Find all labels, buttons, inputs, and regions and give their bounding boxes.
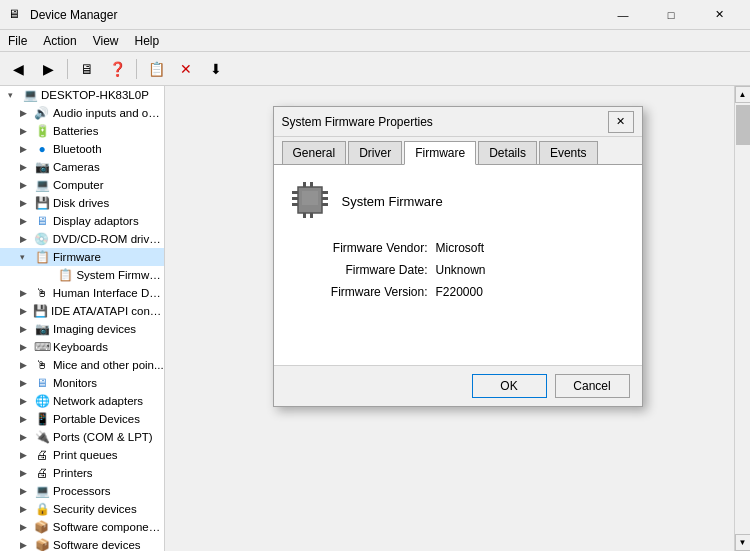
- menu-action[interactable]: Action: [35, 32, 84, 50]
- tree-network[interactable]: ▶ 🌐 Network adapters: [0, 392, 164, 410]
- expand-portable: ▶: [20, 414, 34, 424]
- scroll-up[interactable]: ▲: [735, 86, 751, 103]
- minimize-button[interactable]: —: [600, 0, 646, 30]
- firmware-dialog: System Firmware Properties ✕ General Dri…: [273, 106, 643, 407]
- dialog-body: System Firmware Firmware Vendor: Microso…: [274, 165, 642, 365]
- toolbar: ◀ ▶ 🖥 ❓ 📋 ✕ ⬇: [0, 52, 750, 86]
- scroll-thumb[interactable]: [736, 105, 750, 145]
- expand-cameras: ▶: [20, 162, 34, 172]
- toolbar-disable[interactable]: ✕: [172, 56, 200, 82]
- tree-hid-label: Human Interface De...: [53, 287, 164, 299]
- tree-keyboards[interactable]: ▶ ⌨ Keyboards: [0, 338, 164, 356]
- batteries-icon: 🔋: [34, 123, 50, 139]
- tree-portable[interactable]: ▶ 📱 Portable Devices: [0, 410, 164, 428]
- tree-security[interactable]: ▶ 🔒 Security devices: [0, 500, 164, 518]
- expand-ports: ▶: [20, 432, 34, 442]
- tree-firmware[interactable]: ▾ 📋 Firmware: [0, 248, 164, 266]
- tab-general[interactable]: General: [282, 141, 347, 164]
- tree-ports[interactable]: ▶ 🔌 Ports (COM & LPT): [0, 428, 164, 446]
- tree-software-comp-label: Software componen...: [53, 521, 164, 533]
- tree-display[interactable]: ▶ 🖥 Display adaptors: [0, 212, 164, 230]
- maximize-button[interactable]: □: [648, 0, 694, 30]
- main-area: ▾ 💻 DESKTOP-HK83L0P ▶ 🔊 Audio inputs and…: [0, 86, 750, 551]
- tree-system-firmware[interactable]: 📋 System Firmware: [0, 266, 164, 284]
- tab-driver[interactable]: Driver: [348, 141, 402, 164]
- ide-icon: 💾: [33, 303, 48, 319]
- printq-icon: 🖨: [34, 447, 50, 463]
- tree-disk[interactable]: ▶ 💾 Disk drives: [0, 194, 164, 212]
- menu-bar: File Action View Help: [0, 30, 750, 52]
- tree-ide-label: IDE ATA/ATAPI contro...: [51, 305, 164, 317]
- tab-firmware[interactable]: Firmware: [404, 141, 476, 165]
- dvd-icon: 💿: [34, 231, 50, 247]
- toolbar-help[interactable]: ❓: [103, 56, 131, 82]
- keyboards-icon: ⌨: [34, 339, 50, 355]
- date-value: Unknown: [436, 263, 486, 277]
- menu-view[interactable]: View: [85, 32, 127, 50]
- tab-details[interactable]: Details: [478, 141, 537, 164]
- tree-imaging[interactable]: ▶ 📷 Imaging devices: [0, 320, 164, 338]
- expand-software-comp: ▶: [20, 522, 34, 532]
- software-dev-icon: 📦: [34, 537, 50, 551]
- scrollbar[interactable]: ▲ ▼: [734, 86, 750, 551]
- toolbar-computer[interactable]: 🖥: [73, 56, 101, 82]
- tree-root[interactable]: ▾ 💻 DESKTOP-HK83L0P: [0, 86, 164, 104]
- device-tree: ▾ 💻 DESKTOP-HK83L0P ▶ 🔊 Audio inputs and…: [0, 86, 165, 551]
- tree-processors[interactable]: ▶ 💻 Processors: [0, 482, 164, 500]
- bluetooth-icon: ●: [34, 141, 50, 157]
- tree-sysfirmware-label: System Firmware: [76, 269, 164, 281]
- tree-computer[interactable]: ▶ 💻 Computer: [0, 176, 164, 194]
- dialog-close-button[interactable]: ✕: [608, 111, 634, 133]
- monitors-icon: 🖥: [34, 375, 50, 391]
- root-icon: 💻: [22, 87, 38, 103]
- security-icon: 🔒: [34, 501, 50, 517]
- tree-bluetooth[interactable]: ▶ ● Bluetooth: [0, 140, 164, 158]
- tree-batteries[interactable]: ▶ 🔋 Batteries: [0, 122, 164, 140]
- vendor-label: Firmware Vendor:: [298, 241, 428, 255]
- tree-ide[interactable]: ▶ 💾 IDE ATA/ATAPI contro...: [0, 302, 164, 320]
- app-title: Device Manager: [30, 8, 600, 22]
- tree-software-comp[interactable]: ▶ 📦 Software componen...: [0, 518, 164, 536]
- firmware-icon: 📋: [34, 249, 50, 265]
- dialog-footer: OK Cancel: [274, 365, 642, 406]
- ok-button[interactable]: OK: [472, 374, 547, 398]
- disk-icon: 💾: [34, 195, 50, 211]
- svg-rect-11: [302, 191, 318, 205]
- tree-software-dev[interactable]: ▶ 📦 Software devices: [0, 536, 164, 551]
- tree-mice[interactable]: ▶ 🖱 Mice and other poin...: [0, 356, 164, 374]
- tree-printq[interactable]: ▶ 🖨 Print queues: [0, 446, 164, 464]
- svg-rect-1: [292, 191, 298, 194]
- expand-dvd: ▶: [20, 234, 34, 244]
- tree-firmware-label: Firmware: [53, 251, 101, 263]
- dialog-tabs: General Driver Firmware Details Events: [274, 137, 642, 165]
- tree-dvd-label: DVD/CD-ROM drive...: [53, 233, 164, 245]
- menu-file[interactable]: File: [0, 32, 35, 50]
- toolbar-update[interactable]: ⬇: [202, 56, 230, 82]
- toolbar-properties[interactable]: 📋: [142, 56, 170, 82]
- tree-audio[interactable]: ▶ 🔊 Audio inputs and ou...: [0, 104, 164, 122]
- content-area: System Firmware Properties ✕ General Dri…: [165, 86, 750, 551]
- cancel-button[interactable]: Cancel: [555, 374, 630, 398]
- expand-root: ▾: [8, 90, 22, 100]
- date-row: Firmware Date: Unknown: [298, 263, 626, 277]
- svg-rect-10: [310, 213, 313, 218]
- window-controls: — □ ✕: [600, 0, 742, 30]
- scroll-down[interactable]: ▼: [735, 534, 751, 551]
- app-icon: 🖥: [8, 7, 24, 23]
- dialog-title: System Firmware Properties: [282, 115, 608, 129]
- tree-monitors[interactable]: ▶ 🖥 Monitors: [0, 374, 164, 392]
- tree-dvd[interactable]: ▶ 💿 DVD/CD-ROM drive...: [0, 230, 164, 248]
- menu-help[interactable]: Help: [127, 32, 168, 50]
- tree-cameras[interactable]: ▶ 📷 Cameras: [0, 158, 164, 176]
- toolbar-back[interactable]: ◀: [4, 56, 32, 82]
- tree-hid[interactable]: ▶ 🖱 Human Interface De...: [0, 284, 164, 302]
- tab-events[interactable]: Events: [539, 141, 598, 164]
- tree-printers[interactable]: ▶ 🖨 Printers: [0, 464, 164, 482]
- toolbar-forward[interactable]: ▶: [34, 56, 62, 82]
- expand-audio: ▶: [20, 108, 34, 118]
- network-icon: 🌐: [34, 393, 50, 409]
- close-button[interactable]: ✕: [696, 0, 742, 30]
- tree-batteries-label: Batteries: [53, 125, 98, 137]
- version-label: Firmware Version:: [298, 285, 428, 299]
- tree-portable-label: Portable Devices: [53, 413, 140, 425]
